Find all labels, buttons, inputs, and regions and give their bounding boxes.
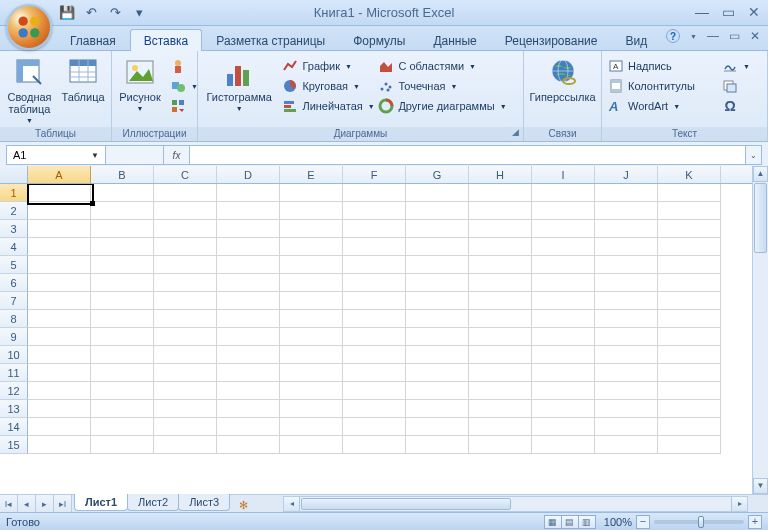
cell-B14[interactable] xyxy=(91,418,154,436)
zoom-out-button[interactable]: − xyxy=(636,515,650,529)
cell-A1[interactable] xyxy=(28,184,91,202)
cell-A5[interactable] xyxy=(28,256,91,274)
cell-F12[interactable] xyxy=(343,382,406,400)
cell-J10[interactable] xyxy=(595,346,658,364)
line-chart-button[interactable]: График▼ xyxy=(280,57,372,75)
row-header-13[interactable]: 13 xyxy=(0,400,28,418)
cell-D9[interactable] xyxy=(217,328,280,346)
cell-J3[interactable] xyxy=(595,220,658,238)
cell-E12[interactable] xyxy=(280,382,343,400)
cell-F14[interactable] xyxy=(343,418,406,436)
cell-K1[interactable] xyxy=(658,184,721,202)
cell-C7[interactable] xyxy=(154,292,217,310)
cell-J9[interactable] xyxy=(595,328,658,346)
cell-E15[interactable] xyxy=(280,436,343,454)
sheet-prev-button[interactable]: ◂ xyxy=(18,495,36,512)
scroll-right-button[interactable]: ▸ xyxy=(731,497,747,511)
cell-D12[interactable] xyxy=(217,382,280,400)
cell-E14[interactable] xyxy=(280,418,343,436)
cell-D3[interactable] xyxy=(217,220,280,238)
cell-D15[interactable] xyxy=(217,436,280,454)
ribbon-restore-button[interactable]: ▭ xyxy=(729,29,740,43)
cell-G13[interactable] xyxy=(406,400,469,418)
row-header-1[interactable]: 1 xyxy=(0,184,28,202)
cell-E13[interactable] xyxy=(280,400,343,418)
cell-K13[interactable] xyxy=(658,400,721,418)
cell-H13[interactable] xyxy=(469,400,532,418)
cell-J1[interactable] xyxy=(595,184,658,202)
cell-I11[interactable] xyxy=(532,364,595,382)
cell-H9[interactable] xyxy=(469,328,532,346)
cell-C12[interactable] xyxy=(154,382,217,400)
cell-H14[interactable] xyxy=(469,418,532,436)
cell-K14[interactable] xyxy=(658,418,721,436)
cell-F9[interactable] xyxy=(343,328,406,346)
office-button[interactable] xyxy=(6,4,52,50)
tab-data[interactable]: Данные xyxy=(419,29,490,51)
cell-J14[interactable] xyxy=(595,418,658,436)
cell-I2[interactable] xyxy=(532,202,595,220)
cell-J11[interactable] xyxy=(595,364,658,382)
cell-I3[interactable] xyxy=(532,220,595,238)
col-header-D[interactable]: D xyxy=(217,166,280,183)
sheet-next-button[interactable]: ▸ xyxy=(36,495,54,512)
other-charts-button[interactable]: Другие диаграммы▼ xyxy=(376,97,519,115)
cell-A6[interactable] xyxy=(28,274,91,292)
cell-H1[interactable] xyxy=(469,184,532,202)
cell-C14[interactable] xyxy=(154,418,217,436)
cell-C3[interactable] xyxy=(154,220,217,238)
zoom-slider-knob[interactable] xyxy=(698,516,704,528)
fx-button[interactable]: fx xyxy=(164,145,190,165)
cell-E4[interactable] xyxy=(280,238,343,256)
cell-E6[interactable] xyxy=(280,274,343,292)
cell-F5[interactable] xyxy=(343,256,406,274)
cell-I12[interactable] xyxy=(532,382,595,400)
cell-H5[interactable] xyxy=(469,256,532,274)
col-header-C[interactable]: C xyxy=(154,166,217,183)
cell-G14[interactable] xyxy=(406,418,469,436)
cell-C6[interactable] xyxy=(154,274,217,292)
cell-E1[interactable] xyxy=(280,184,343,202)
cell-C9[interactable] xyxy=(154,328,217,346)
cell-I15[interactable] xyxy=(532,436,595,454)
cell-H2[interactable] xyxy=(469,202,532,220)
table-button[interactable]: Таблица xyxy=(59,55,107,105)
cell-E5[interactable] xyxy=(280,256,343,274)
cell-A15[interactable] xyxy=(28,436,91,454)
cell-G15[interactable] xyxy=(406,436,469,454)
cell-F13[interactable] xyxy=(343,400,406,418)
cell-D1[interactable] xyxy=(217,184,280,202)
row-header-11[interactable]: 11 xyxy=(0,364,28,382)
cell-K9[interactable] xyxy=(658,328,721,346)
cell-D14[interactable] xyxy=(217,418,280,436)
shapes-button[interactable]: ▼ xyxy=(168,77,200,95)
maximize-button[interactable]: ▭ xyxy=(720,4,736,20)
cell-F7[interactable] xyxy=(343,292,406,310)
save-button[interactable]: 💾 xyxy=(58,4,76,22)
row-header-6[interactable]: 6 xyxy=(0,274,28,292)
cell-A14[interactable] xyxy=(28,418,91,436)
cell-K8[interactable] xyxy=(658,310,721,328)
cell-I7[interactable] xyxy=(532,292,595,310)
textbox-button[interactable]: AНадпись xyxy=(606,57,716,75)
signature-line-button[interactable]: ▼ xyxy=(720,57,752,75)
sheet-first-button[interactable]: I◂ xyxy=(0,495,18,512)
picture-button[interactable]: Рисунок ▼ xyxy=(116,55,164,114)
cell-G4[interactable] xyxy=(406,238,469,256)
cell-H7[interactable] xyxy=(469,292,532,310)
row-header-8[interactable]: 8 xyxy=(0,310,28,328)
tab-page-layout[interactable]: Разметка страницы xyxy=(202,29,339,51)
cell-G8[interactable] xyxy=(406,310,469,328)
charts-dialog-launcher[interactable]: ◢ xyxy=(509,127,521,139)
cell-H4[interactable] xyxy=(469,238,532,256)
grid-rows[interactable]: 123456789101112131415 xyxy=(0,184,768,494)
cell-J7[interactable] xyxy=(595,292,658,310)
scroll-down-button[interactable]: ▼ xyxy=(753,478,768,494)
cell-K2[interactable] xyxy=(658,202,721,220)
cell-F8[interactable] xyxy=(343,310,406,328)
scroll-left-button[interactable]: ◂ xyxy=(284,497,300,511)
cell-A13[interactable] xyxy=(28,400,91,418)
sheet-tab-2[interactable]: Лист2 xyxy=(127,494,179,511)
minimize-button[interactable]: — xyxy=(694,4,710,20)
cell-D2[interactable] xyxy=(217,202,280,220)
